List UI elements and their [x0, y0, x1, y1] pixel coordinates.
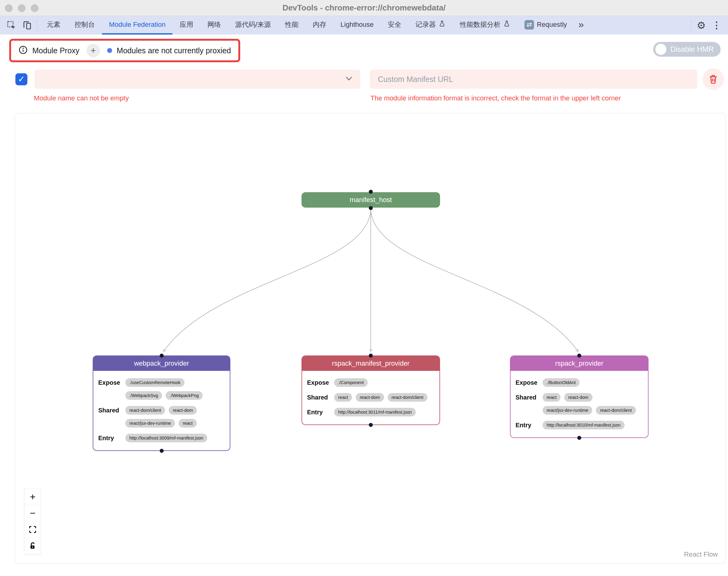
entry-tag: http://localhost:3011/mf-manifest.json — [334, 408, 416, 416]
shared-tag: react-dom — [356, 393, 384, 402]
shared-tag: react — [543, 393, 560, 402]
reactflow-attribution[interactable]: React Flow — [684, 550, 718, 558]
delete-module-button[interactable] — [702, 68, 724, 90]
node-handle[interactable] — [159, 354, 164, 357]
node-title: manifest_host — [350, 196, 392, 204]
tab-requestly[interactable]: ⇄ Requestly — [517, 16, 574, 34]
node-handle[interactable] — [159, 449, 164, 453]
tab-recorder[interactable]: 记录器 — [408, 16, 453, 34]
fit-view-button[interactable] — [24, 521, 41, 538]
expose-row: Expose ./Component — [307, 378, 435, 387]
requestly-icon: ⇄ — [524, 20, 534, 30]
tab-memory[interactable]: 内存 — [306, 16, 333, 34]
node-handle[interactable] — [577, 354, 581, 357]
expose-row: Expose ./ButtonOldAnt — [516, 378, 643, 387]
row-label: Entry — [98, 434, 125, 442]
shared-tag: react-dom/client — [388, 393, 428, 402]
shared-tag: react-dom/client — [125, 406, 165, 414]
node-handle[interactable] — [577, 436, 581, 440]
tab-sources[interactable]: 源代码/来源 — [228, 16, 278, 34]
add-proxy-button[interactable]: + — [87, 44, 100, 57]
node-handle[interactable] — [369, 354, 373, 357]
entry-tag: http://localhost:3009/mf-manifest.json — [125, 434, 207, 442]
fit-view-icon — [29, 525, 37, 534]
devtools-tabbar: 元素 控制台 Module Federation 应用 网络 源代码/来源 性能… — [0, 16, 728, 34]
node-rspack-manifest-provider[interactable]: rspack_manifest_provider Expose ./Compon… — [301, 355, 440, 425]
minimize-window-icon[interactable] — [18, 4, 26, 12]
shared-tag: react/jsx-dev-runtime — [125, 419, 175, 428]
device-toolbar-icon[interactable] — [19, 18, 34, 33]
entry-row: Entry http://localhost:3011/mf-manifest.… — [307, 408, 435, 416]
shared-row: Shared react react-dom react/jsx-dev-run… — [516, 393, 643, 414]
zoom-out-button[interactable]: − — [24, 505, 41, 521]
row-label: Expose — [98, 378, 125, 400]
edge-host-to-webpack-provider — [164, 210, 371, 351]
tab-console[interactable]: 控制台 — [67, 16, 102, 34]
unlock-icon — [29, 542, 37, 550]
shared-row: Shared react-dom/client react-dom react/… — [98, 406, 225, 428]
row-label: Entry — [307, 408, 334, 416]
flask-icon — [503, 20, 510, 29]
module-graph-canvas[interactable]: manifest_host webpack_provider Expose ./… — [15, 113, 726, 564]
tab-application[interactable]: 应用 — [172, 16, 200, 34]
devtools-tabs: 元素 控制台 Module Federation 应用 网络 源代码/来源 性能… — [40, 16, 588, 34]
module-proxy-row: Module Proxy + Modules are not currently… — [0, 34, 728, 62]
node-handle[interactable] — [369, 423, 373, 427]
module-proxy-highlight-box: Module Proxy + Modules are not currently… — [9, 39, 240, 62]
shared-tag: react — [179, 419, 197, 428]
expose-row: Expose ./useCustomRemoteHook ./WebpackSv… — [98, 378, 225, 400]
custom-manifest-url-input[interactable] — [370, 69, 697, 89]
more-tabs-chevron-icon[interactable]: » — [574, 19, 588, 32]
node-manifest-host[interactable]: manifest_host — [301, 192, 440, 208]
expose-tag: ./ButtonOldAnt — [543, 378, 580, 387]
zoom-window-icon[interactable] — [31, 4, 38, 12]
node-rspack-provider[interactable]: rspack_provider Expose ./ButtonOldAnt Sh… — [510, 355, 648, 438]
manifest-format-error: The module information format is incorre… — [371, 94, 621, 102]
shared-tag: react/jsx-dev-runtime — [543, 406, 592, 414]
entry-row: Entry http://localhost:3009/mf-manifest.… — [98, 434, 225, 442]
graph-edges — [15, 113, 726, 564]
shared-row: Shared react react-dom react-dom/client — [307, 393, 435, 402]
node-handle[interactable] — [369, 190, 373, 194]
lock-toggle-button[interactable] — [24, 538, 41, 554]
expose-tag: ./useCustomRemoteHook — [125, 378, 184, 387]
node-handle[interactable] — [369, 206, 373, 210]
tab-performance-insights[interactable]: 性能数据分析 — [453, 16, 517, 34]
reactflow-controls: + − — [24, 489, 41, 554]
expose-tag: ./WebpackPng — [166, 391, 203, 400]
row-label: Shared — [98, 406, 125, 428]
row-label: Shared — [516, 393, 543, 414]
module-name-select[interactable] — [34, 69, 360, 89]
shared-tag: react-dom/client — [596, 406, 636, 414]
tab-lighthouse[interactable]: Lighthouse — [333, 16, 381, 34]
tab-performance[interactable]: 性能 — [278, 16, 306, 34]
module-enabled-checkbox[interactable]: ✓ — [16, 73, 27, 85]
node-title: rspack_manifest_provider — [302, 356, 439, 371]
settings-gear-icon[interactable]: ⚙ — [694, 18, 709, 33]
tab-module-federation[interactable]: Module Federation — [102, 16, 172, 34]
zoom-in-button[interactable]: + — [24, 489, 41, 505]
tab-elements[interactable]: 元素 — [40, 16, 67, 34]
module-form-row: ✓ — [16, 68, 728, 90]
tabbar-divider — [37, 20, 37, 30]
module-proxy-title: Module Proxy — [32, 46, 80, 55]
traffic-lights — [5, 0, 38, 16]
close-window-icon[interactable] — [5, 4, 12, 12]
info-icon[interactable] — [19, 45, 28, 56]
node-webpack-provider[interactable]: webpack_provider Expose ./useCustomRemot… — [93, 355, 230, 451]
proxy-status-dot-icon — [107, 48, 112, 53]
disable-hmr-toggle[interactable]: Disable HMR — [653, 42, 721, 57]
tabbar-divider — [691, 20, 691, 30]
module-name-error: Module name can not be empty — [34, 94, 129, 102]
edge-host-to-rspack-provider — [371, 210, 578, 351]
tab-network[interactable]: 网络 — [200, 16, 228, 34]
shared-tag: react — [334, 393, 352, 402]
expose-tag: ./WebpackSvg — [125, 391, 162, 400]
shared-tag: react-dom — [564, 393, 592, 402]
tab-security[interactable]: 安全 — [381, 16, 408, 34]
row-label: Shared — [307, 393, 334, 402]
tabbar-right-actions: ⚙ ⋮ — [688, 18, 724, 33]
row-label: Entry — [516, 421, 543, 429]
inspect-element-icon[interactable] — [4, 18, 19, 33]
kebab-menu-icon[interactable]: ⋮ — [709, 18, 724, 33]
